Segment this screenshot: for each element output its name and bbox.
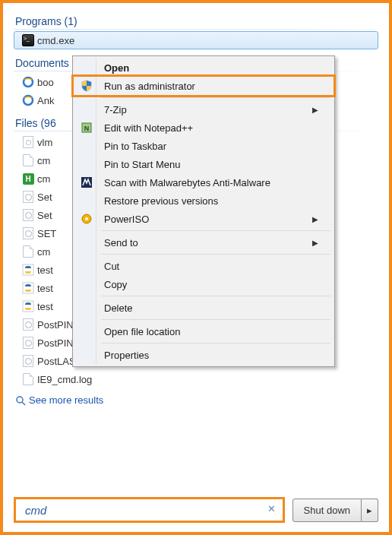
menu-item-label: Send to	[104, 237, 138, 249]
result-label: Ank	[36, 95, 54, 106]
menu-item-label: PowerISO	[104, 214, 149, 225]
menu-item-label: Cut	[104, 261, 119, 272]
menu-item-scan-with-malwarebytes-anti-malware[interactable]: Scan with Malwarebytes Anti-Malware	[75, 173, 332, 192]
file-icon	[21, 373, 36, 385]
search-box[interactable]: ✕	[14, 497, 285, 523]
result-label: SET	[36, 228, 56, 239]
batch-file-icon	[21, 191, 36, 203]
result-label: cm	[36, 155, 50, 166]
shutdown-button[interactable]: Shut down	[292, 499, 362, 522]
python-file-icon	[21, 300, 36, 312]
result-label: cm	[36, 173, 50, 185]
malwarebytes-icon	[81, 176, 93, 188]
file-icon	[21, 154, 36, 166]
menu-separator	[101, 97, 330, 98]
menu-item-label: 7-Zip	[104, 104, 127, 116]
search-icon	[15, 395, 29, 406]
svg-text:N: N	[84, 125, 90, 132]
menu-item-open[interactable]: Open	[75, 59, 332, 77]
result-label: IE9_cmd.log	[36, 374, 92, 385]
ie-icon	[21, 94, 36, 106]
uac-shield-icon	[81, 80, 93, 92]
section-header-programs: Programs (1)	[14, 12, 378, 29]
menu-item-copy[interactable]: Copy	[75, 275, 332, 293]
menu-item-label: Copy	[104, 279, 127, 290]
context-menu: OpenRun as administrator7-Zip▶NEdit with…	[72, 55, 335, 367]
svg-point-10	[17, 397, 23, 403]
menu-item-label: Pin to Start Menu	[104, 159, 180, 170]
menu-item-label: Open	[104, 62, 129, 74]
python-file-icon	[21, 264, 36, 276]
result-label: cm	[36, 246, 50, 258]
notepadpp-icon: N	[81, 122, 93, 134]
menu-separator	[101, 254, 330, 255]
menu-item-pin-to-start-menu[interactable]: Pin to Start Menu	[75, 155, 332, 173]
menu-item-7-zip[interactable]: 7-Zip▶	[75, 100, 332, 119]
menu-separator	[101, 296, 330, 296]
batch-file-icon	[21, 355, 36, 367]
menu-item-delete[interactable]: Delete	[75, 299, 332, 317]
result-label: test	[36, 283, 53, 294]
menu-item-cut[interactable]: Cut	[75, 257, 332, 275]
results-panel: Programs (1) cmd.exe Documents booAnk Fi…	[14, 12, 378, 486]
result-label: Set	[36, 210, 52, 221]
batch-file-icon	[21, 227, 36, 239]
menu-separator	[101, 343, 330, 343]
python-file-icon	[21, 282, 36, 294]
result-label: test	[36, 301, 53, 312]
menu-item-label: Open file location	[104, 326, 180, 337]
menu-item-label: Scan with Malwarebytes Anti-Malware	[104, 177, 270, 188]
menu-item-open-file-location[interactable]: Open file location	[75, 322, 332, 340]
menu-item-send-to[interactable]: Send to▶	[75, 233, 332, 252]
menu-item-run-as-administrator[interactable]: Run as administrator	[75, 77, 332, 95]
menu-item-label: Properties	[104, 350, 149, 361]
menu-separator	[101, 230, 330, 231]
menu-item-edit-with-notepad[interactable]: NEdit with Notepad++	[75, 119, 332, 137]
h-icon: H	[21, 173, 36, 185]
menu-item-label: Run as administrator	[104, 81, 195, 92]
shutdown-split-button: Shut down ▸	[292, 499, 378, 522]
menu-item-label: Pin to Taskbar	[104, 141, 166, 152]
result-label: Set	[36, 192, 52, 203]
result-label: test	[36, 264, 53, 276]
file-icon	[21, 245, 36, 258]
menu-separator	[101, 319, 330, 320]
clear-search-icon[interactable]: ✕	[266, 504, 278, 516]
ie-icon	[21, 76, 36, 88]
see-more-results-link[interactable]: See more results	[14, 388, 378, 407]
menu-item-properties[interactable]: Properties	[75, 346, 332, 364]
result-label: boo	[36, 77, 54, 88]
result-item[interactable]: IE9_cmd.log	[14, 370, 378, 388]
result-label: vlm	[36, 137, 52, 148]
settings-file-icon	[21, 136, 36, 148]
menu-item-label: Restore previous versions	[104, 195, 218, 207]
section-divider	[14, 29, 378, 30]
submenu-arrow-icon: ▶	[312, 106, 318, 114]
start-menu-search-panel: Programs (1) cmd.exe Documents booAnk Fi…	[0, 0, 392, 535]
svg-point-9	[85, 217, 88, 220]
svg-line-11	[22, 402, 25, 405]
batch-file-icon	[21, 318, 36, 331]
menu-item-label: Delete	[104, 302, 133, 314]
submenu-arrow-icon: ▶	[312, 239, 318, 247]
menu-item-label: Edit with Notepad++	[104, 122, 193, 134]
batch-file-icon	[21, 209, 36, 221]
menu-item-poweriso[interactable]: PowerISO▶	[75, 210, 332, 228]
cmd-icon	[21, 34, 36, 46]
search-input[interactable]	[24, 503, 266, 518]
menu-item-pin-to-taskbar[interactable]: Pin to Taskbar	[75, 137, 332, 155]
poweriso-icon	[81, 213, 93, 225]
submenu-arrow-icon: ▶	[312, 215, 318, 223]
bottom-bar: ✕ Shut down ▸	[14, 486, 378, 523]
batch-file-icon	[21, 337, 36, 349]
chevron-right-icon: ▸	[367, 505, 372, 516]
shutdown-options-arrow[interactable]: ▸	[362, 499, 378, 522]
menu-item-restore-previous-versions[interactable]: Restore previous versions	[75, 192, 332, 210]
result-item-cmd-exe[interactable]: cmd.exe	[14, 31, 378, 49]
